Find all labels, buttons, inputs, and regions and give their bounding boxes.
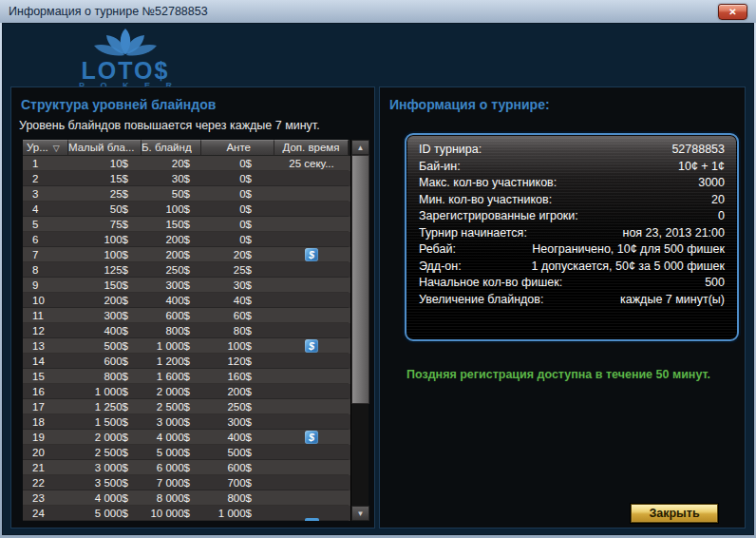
info-row: Эдд-он:1 допускается, 50¢ за 5 000 фишек: [406, 259, 737, 276]
cell-level: 16: [23, 384, 68, 399]
column-header[interactable]: Доп. время: [274, 140, 349, 156]
cell-big: 30$: [142, 171, 201, 186]
tournament-info-box: ID турнира:52788853Бай-ин:10¢ + 1¢Макс. …: [405, 133, 739, 341]
cell-level: 5: [23, 217, 68, 232]
info-label: Эдд-он:: [419, 259, 462, 276]
column-header[interactable]: Б. блайнд: [142, 140, 201, 156]
table-row[interactable]: 171 250$2 500$250$: [23, 399, 369, 414]
table-row[interactable]: 202 500$5 000$500$: [23, 445, 369, 460]
cell-level: 15: [23, 369, 68, 384]
scroll-down-icon[interactable]: ▼: [351, 506, 369, 521]
table-row[interactable]: 213 000$6 000$600$: [23, 460, 369, 475]
close-icon[interactable]: ✕: [718, 4, 747, 20]
info-value: каждые 7 минут(ы): [620, 292, 725, 309]
cell-ante: 0$: [201, 186, 274, 202]
table-row[interactable]: 10200$400$40$: [23, 293, 369, 308]
cell-small: 300$: [68, 308, 142, 323]
table-row[interactable]: 13500$1 000$100$$: [23, 338, 369, 354]
table-row[interactable]: 192 000$4 000$400$$: [23, 430, 369, 445]
cell-big: 100$: [142, 202, 201, 217]
column-header[interactable]: Малый бла...: [68, 140, 142, 156]
cell-level: 12: [23, 323, 68, 338]
cell-ante: 700$: [201, 475, 274, 490]
table-row[interactable]: 325$50$0$: [23, 186, 369, 202]
info-label: Турнир начинается:: [419, 225, 527, 242]
table-row[interactable]: 215$30$0$: [23, 171, 369, 186]
table-row[interactable]: 234 000$8 000$800$: [23, 490, 369, 506]
table-row[interactable]: 15800$1 600$160$: [23, 369, 369, 384]
cell-extra: [274, 384, 349, 399]
cell-big: 150$: [142, 217, 201, 232]
scroll-up-icon[interactable]: ▲: [351, 140, 369, 155]
table-row[interactable]: 12400$800$80$: [23, 323, 369, 338]
cell-big: 3 000$: [142, 414, 201, 430]
cell-big: 1 000$: [142, 338, 201, 354]
cell-ante: 0$: [201, 217, 274, 232]
cell-ante: 160$: [201, 369, 274, 384]
blinds-panel: Структура уровней блайндов Уровень блайн…: [10, 86, 375, 528]
info-value: 500: [705, 275, 725, 292]
cell-level: 6: [23, 232, 68, 247]
cell-small: 100$: [68, 247, 142, 262]
info-value: 1 допускается, 50¢ за 5 000 фишек: [531, 259, 725, 276]
table-row[interactable]: 8125$250$25$: [23, 262, 369, 278]
cell-big: 1 600$: [142, 369, 201, 384]
cell-level: 3: [23, 186, 68, 202]
partial-rebuy-icon: [305, 518, 319, 521]
close-button[interactable]: Закрыть: [631, 504, 718, 523]
table-row[interactable]: 181 500$3 000$300$: [23, 414, 369, 430]
cell-ante: 0$: [201, 156, 274, 171]
table-row[interactable]: 575$150$0$: [23, 217, 369, 232]
info-row: Начальное кол-во фишек:500: [406, 275, 737, 292]
info-row: Зарегистрированные игроки:0: [406, 208, 737, 225]
cell-ante: 600$: [201, 460, 274, 475]
cell-extra: [274, 475, 349, 490]
column-header[interactable]: Ур...▽: [23, 140, 68, 156]
cell-level: 14: [23, 354, 68, 369]
info-row: Бай-ин:10¢ + 1¢: [406, 159, 737, 176]
table-row[interactable]: 7100$200$20$$: [23, 247, 369, 262]
info-value: 20: [711, 192, 725, 209]
cell-ante: 300$: [201, 414, 274, 430]
cell-ante: 20$: [201, 247, 274, 262]
table-row[interactable]: 110$20$0$25 секу...: [23, 156, 369, 171]
cell-small: 150$: [68, 278, 142, 293]
cell-level: 23: [23, 490, 68, 506]
info-row: Увеличение блайндов:каждые 7 минут(ы): [406, 292, 737, 309]
table-row[interactable]: 161 000$2 000$200$: [23, 384, 369, 399]
cell-small: 800$: [68, 369, 142, 384]
table-row[interactable]: 9150$300$30$: [23, 278, 369, 293]
table-row[interactable]: 450$100$0$: [23, 202, 369, 217]
cell-big: 200$: [142, 232, 201, 247]
cell-ante: 40$: [201, 293, 274, 308]
cell-big: 50$: [142, 186, 201, 202]
cell-ante: 100$: [201, 338, 274, 354]
cell-ante: 400$: [201, 430, 274, 445]
blinds-table-body: 110$20$0$25 секу...215$30$0$325$50$0$450…: [23, 156, 369, 521]
cell-small: 100$: [68, 232, 142, 247]
info-value: 10¢ + 1¢: [678, 159, 725, 176]
table-row[interactable]: 14600$1 200$120$: [23, 354, 369, 369]
titlebar[interactable]: Информация о турнире №52788853 ✕: [0, 0, 756, 23]
cell-ante: 60$: [201, 308, 274, 323]
table-row[interactable]: 223 500$7 000$700$: [23, 475, 369, 490]
cell-small: 1 250$: [68, 399, 142, 414]
rebuy-icon: $: [305, 431, 318, 444]
cell-extra: 25 секу...: [274, 156, 349, 171]
cell-ante: 30$: [201, 278, 274, 293]
table-row[interactable]: 11300$600$60$: [23, 308, 369, 323]
cell-small: 2 000$: [68, 430, 142, 445]
info-value: Неограничено, 10¢ для 500 фишек: [532, 241, 725, 259]
cell-small: 400$: [68, 323, 142, 338]
scrollbar-thumb[interactable]: [351, 155, 369, 404]
cell-big: 7 000$: [142, 475, 201, 490]
blinds-table: Ур...▽Малый бла...Б. блайндАнтеДоп. врем…: [23, 140, 369, 521]
column-header[interactable]: Анте: [201, 140, 274, 156]
cell-extra: [274, 399, 349, 414]
info-panel-title: Информация о турнире:: [389, 97, 745, 112]
cell-level: 13: [23, 338, 68, 354]
info-row: Макс. кол-во участников:3000: [406, 175, 737, 192]
table-scrollbar[interactable]: ▲ ▼: [350, 140, 369, 521]
cell-ante: 0$: [201, 171, 274, 186]
table-row[interactable]: 6100$200$0$: [23, 232, 369, 247]
